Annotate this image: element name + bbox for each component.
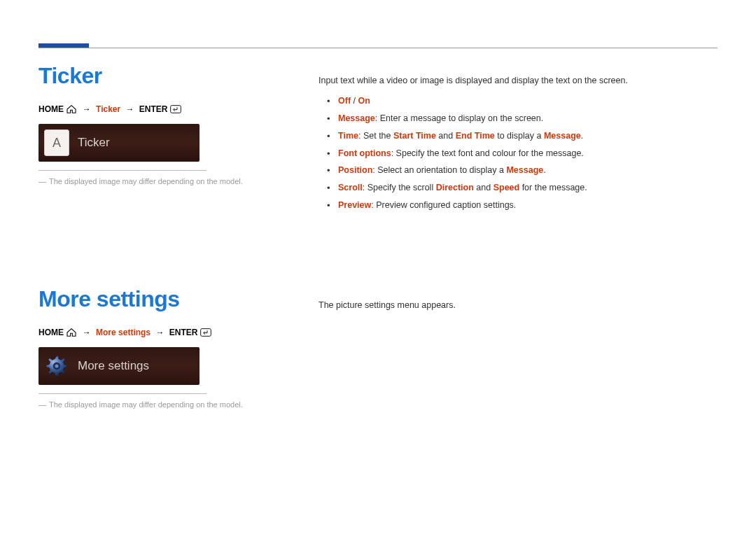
ticker-heading: Ticker xyxy=(38,63,276,89)
more-settings-body-text: The picture settings menu appears. xyxy=(318,265,710,312)
ticker-breadcrumb: HOME → Ticker → ENTER xyxy=(38,104,276,114)
breadcrumb-arrow: → xyxy=(80,328,94,337)
more-settings-note: ―The displayed image may differ dependin… xyxy=(38,400,276,410)
more-settings-breadcrumb: HOME → More settings → ENTER xyxy=(38,328,276,337)
separator xyxy=(38,393,206,394)
section-ticker: Ticker HOME → Ticker → ENTER A Ticker xyxy=(38,42,718,216)
breadcrumb-arrow: → xyxy=(153,328,167,337)
svg-rect-0 xyxy=(171,106,181,113)
breadcrumb-arrow: → xyxy=(80,104,94,114)
home-icon xyxy=(66,328,77,337)
breadcrumb-arrow: → xyxy=(123,104,137,114)
list-item: Scroll: Specify the scroll Direction and… xyxy=(318,181,710,195)
ticker-tile-label: Ticker xyxy=(78,136,110,150)
section-more-settings: More settings HOME → More settings → ENT… xyxy=(38,265,718,410)
breadcrumb-enter-label: ENTER xyxy=(139,104,168,114)
list-item: Preview: Preview configured caption sett… xyxy=(318,199,710,212)
ticker-tile-icon-letter: A xyxy=(52,136,61,150)
more-settings-tile-label: More settings xyxy=(78,359,149,373)
breadcrumb-more-settings-label: More settings xyxy=(96,328,150,337)
gear-icon xyxy=(44,353,69,379)
list-item: Time: Set the Start Time and End Time to… xyxy=(318,129,710,143)
breadcrumb-home-label: HOME xyxy=(38,328,64,337)
breadcrumb-home-label: HOME xyxy=(38,104,64,114)
ticker-menu-tile: A Ticker xyxy=(38,124,200,162)
ticker-options-list: Off / On Message: Enter a message to dis… xyxy=(318,94,710,211)
more-settings-heading: More settings xyxy=(38,286,276,312)
list-item: Message: Enter a message to display on t… xyxy=(318,112,710,125)
ticker-tile-icon: A xyxy=(44,129,69,156)
svg-rect-1 xyxy=(200,328,211,336)
ticker-note: ―The displayed image may differ dependin… xyxy=(38,176,276,187)
home-icon xyxy=(66,104,77,114)
breadcrumb-ticker-label: Ticker xyxy=(96,104,120,114)
breadcrumb-enter-label: ENTER xyxy=(169,328,198,337)
list-item: Off / On xyxy=(318,94,710,108)
list-item: Position: Select an orientation to displ… xyxy=(318,164,710,177)
enter-icon xyxy=(170,104,181,114)
ticker-intro-text: Input text while a video or image is dis… xyxy=(318,42,710,87)
separator xyxy=(38,170,206,171)
svg-point-3 xyxy=(55,364,59,368)
more-settings-menu-tile: More settings xyxy=(38,347,200,385)
enter-icon xyxy=(200,328,211,337)
header-rule xyxy=(38,48,718,48)
list-item: Font options: Specify the text font and … xyxy=(318,147,710,160)
